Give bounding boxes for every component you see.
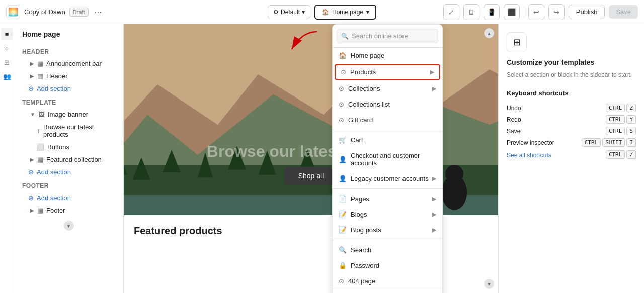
circle-icon: ⊙ — [339, 277, 344, 285]
dropdown-item-label: Home page — [351, 52, 384, 59]
item-left: 📝 Blogs — [339, 211, 367, 218]
dropdown-item-label: Collections — [348, 85, 380, 92]
dropdown-item-label: Pages — [351, 195, 369, 203]
item-left: 🔒 Password — [339, 262, 379, 269]
item-left: 👤 Checkout and customer accounts — [339, 152, 436, 167]
dropdown-item-blogs[interactable]: 📝 Blogs ▶ — [333, 207, 442, 222]
dropdown-item-checkout[interactable]: 👤 Checkout and customer accounts — [333, 148, 442, 171]
search-inner: 🔍 — [337, 29, 438, 43]
item-left: 🛒 Cart — [339, 136, 363, 144]
dropdown-item-label: Blog posts — [351, 226, 381, 234]
dropdown-item-label: Checkout and customer accounts — [351, 152, 436, 167]
dropdown-item-password[interactable]: 🔒 Password — [333, 258, 442, 273]
page-selector-dropdown: 🔍 🏠 Home page ⊙ Products ▶ ⊙ Collections… — [332, 24, 443, 293]
person-icon: 👤 — [339, 175, 347, 182]
circle-icon: ⊙ — [339, 116, 344, 124]
dropdown-item-collections-list[interactable]: ⊙ Collections list — [333, 96, 442, 112]
item-left: ⊙ Collections list — [339, 101, 390, 108]
dropdown-item-collections[interactable]: ⊙ Collections ▶ — [333, 81, 442, 96]
dropdown-item-404[interactable]: ⊙ 404 page — [333, 273, 442, 289]
separator — [333, 188, 442, 189]
dropdown-item-label: Blogs — [351, 211, 367, 218]
item-left: ⊙ Products — [341, 68, 376, 76]
item-left: 📝 Blog posts — [339, 226, 381, 234]
dropdown-item-label: Gift card — [348, 116, 373, 124]
item-left: ⊙ Collections — [339, 85, 380, 92]
person-icon: 👤 — [339, 156, 347, 163]
cart-icon: 🛒 — [339, 136, 347, 144]
dropdown-item-label: Password — [351, 262, 379, 269]
circle-icon: ⊙ — [339, 85, 344, 92]
item-left: 🏠 Home page — [339, 52, 384, 59]
dropdown-bottom: ⊕ Create metaobject template — [333, 289, 442, 293]
circle-icon: ⊙ — [339, 101, 344, 108]
item-left: ⊙ 404 page — [339, 277, 375, 285]
lock-icon: 🔒 — [339, 262, 347, 269]
item-left: 👤 Legacy customer accounts — [339, 175, 429, 182]
dropdown-item-gift-card[interactable]: ⊙ Gift card — [333, 112, 442, 128]
home-icon: 🏠 — [339, 52, 347, 59]
dropdown-item-label: Search — [351, 246, 371, 254]
chevron-right-icon: ▶ — [432, 211, 436, 218]
blog-icon: 📝 — [339, 226, 347, 234]
chevron-right-icon: ▶ — [432, 196, 436, 202]
dropdown-item-pages[interactable]: 📄 Pages ▶ — [333, 191, 442, 207]
dropdown-search-container: 🔍 — [333, 25, 442, 48]
dropdown-item-blog-posts[interactable]: 📝 Blog posts ▶ — [333, 222, 442, 238]
chevron-right-icon: ▶ — [432, 175, 436, 182]
search-online-store-input[interactable] — [352, 32, 436, 40]
chevron-right-icon: ▶ — [432, 227, 436, 233]
dropdown-item-label: Cart — [351, 136, 363, 144]
page-icon: 📄 — [339, 195, 347, 203]
chevron-right-icon: ▶ — [432, 85, 436, 92]
dropdown-item-label: 404 page — [348, 277, 375, 285]
dropdown-item-legacy-accounts[interactable]: 👤 Legacy customer accounts ▶ — [333, 171, 442, 186]
dropdown-item-products[interactable]: ⊙ Products ▶ — [335, 64, 440, 80]
dropdown-item-homepage[interactable]: 🏠 Home page — [333, 48, 442, 63]
dropdown-backdrop[interactable] — [0, 0, 644, 293]
blog-icon: 📝 — [339, 211, 347, 218]
separator — [333, 130, 442, 130]
search-icon: 🔍 — [341, 33, 349, 40]
search-icon: 🔍 — [339, 246, 347, 254]
dropdown-item-search[interactable]: 🔍 Search — [333, 242, 442, 258]
dropdown-item-label: Legacy customer accounts — [351, 175, 429, 182]
dropdown-item-label: Collections list — [348, 101, 390, 108]
separator — [333, 240, 442, 240]
circle-icon: ⊙ — [341, 68, 346, 76]
dropdown-item-cart[interactable]: 🛒 Cart — [333, 132, 442, 148]
item-left: 🔍 Search — [339, 246, 371, 254]
item-left: ⊙ Gift card — [339, 116, 373, 124]
item-left: 📄 Pages — [339, 195, 369, 203]
dropdown-item-label: Products — [350, 68, 376, 76]
chevron-right-icon: ▶ — [430, 69, 434, 75]
